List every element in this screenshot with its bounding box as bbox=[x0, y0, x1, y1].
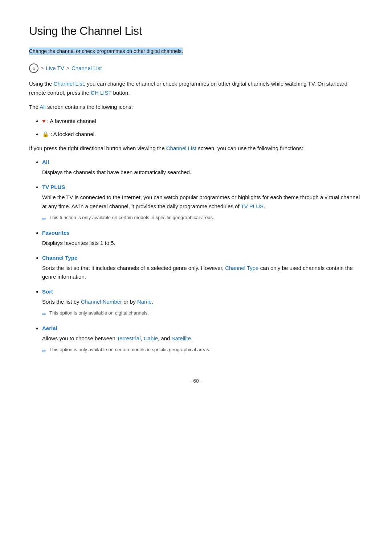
breadcrumb-channel-list[interactable]: Channel List bbox=[72, 64, 102, 73]
aerial-note-row: ✏ This option is only available on certa… bbox=[42, 346, 363, 355]
page-footer: - 60 - bbox=[29, 377, 363, 385]
intro-para2-before: The bbox=[29, 104, 40, 110]
lock-label: : A locked channel. bbox=[50, 131, 96, 137]
section-aerial-title[interactable]: Aerial bbox=[42, 325, 57, 331]
heart-icon: ♥ bbox=[42, 118, 46, 124]
sort-note-text: This option is only available on digital… bbox=[49, 309, 149, 317]
section-tv-plus: TV PLUS While the TV is connected to the… bbox=[42, 183, 363, 223]
lock-icon: 🔒 bbox=[42, 131, 49, 137]
chevron-icon-2: > bbox=[66, 64, 69, 72]
breadcrumb: ⌂ > Live TV > Channel List bbox=[29, 63, 363, 73]
intro-para-2: The All screen contains the following ic… bbox=[29, 103, 363, 112]
section-all: All Displays the channels that have been… bbox=[42, 158, 363, 177]
channel-list-link-1[interactable]: Channel List bbox=[54, 81, 84, 87]
section-favourites-title[interactable]: Favourites bbox=[42, 230, 70, 236]
section-aerial: Aerial Allows you to choose between Terr… bbox=[42, 324, 363, 355]
section-channel-type-description: Sorts the list so that it includes chann… bbox=[42, 264, 363, 282]
all-link-intro[interactable]: All bbox=[40, 104, 46, 110]
home-icon[interactable]: ⌂ bbox=[29, 63, 38, 73]
functions-intro-after: screen, you can use the following functi… bbox=[196, 145, 303, 151]
tv-plus-link-inline[interactable]: TV PLUS bbox=[241, 203, 264, 209]
intro-para1-text-before: Using the bbox=[29, 81, 54, 87]
pencil-icon-1: ✏ bbox=[42, 215, 46, 223]
list-item: 🔒 : A locked channel. bbox=[42, 130, 363, 139]
subtitle-highlight-block: Change the channel or check programmes o… bbox=[29, 47, 363, 56]
pencil-icon-2: ✏ bbox=[42, 310, 46, 318]
intro-para1-end: button. bbox=[111, 90, 130, 96]
page-number: - 60 - bbox=[190, 378, 202, 384]
intro-para-1: Using the Channel List, you can change t… bbox=[29, 79, 363, 98]
section-all-title[interactable]: All bbox=[42, 159, 49, 165]
page-title: Using the Channel List bbox=[29, 22, 363, 40]
aerial-note-text: This option is only available on certain… bbox=[49, 346, 211, 353]
channel-list-link-2[interactable]: Channel List bbox=[166, 145, 196, 151]
sort-note-row: ✏ This option is only available on digit… bbox=[42, 309, 363, 318]
sections-list: All Displays the channels that have been… bbox=[42, 158, 363, 355]
section-sort: Sort Sorts the list by Channel Number or… bbox=[42, 287, 363, 318]
heart-label: : A favourite channel bbox=[47, 118, 96, 124]
channel-number-link[interactable]: Channel Number bbox=[81, 299, 122, 305]
intro-para2-after: screen contains the following icons: bbox=[46, 104, 133, 110]
functions-intro-before: If you press the right directional butto… bbox=[29, 145, 166, 151]
section-favourites-description: Displays favourites lists 1 to 5. bbox=[42, 239, 363, 248]
functions-intro-para: If you press the right directional butto… bbox=[29, 144, 363, 153]
section-sort-description: Sorts the list by Channel Number or by N… bbox=[42, 297, 363, 307]
ch-list-link[interactable]: CH LIST bbox=[91, 90, 111, 96]
terrestrial-link[interactable]: Terrestrial bbox=[117, 335, 141, 341]
section-aerial-description: Allows you to choose between Terrestrial… bbox=[42, 334, 363, 343]
section-channel-type: Channel Type Sorts the list so that it i… bbox=[42, 254, 363, 282]
pencil-icon-3: ✏ bbox=[42, 347, 46, 355]
breadcrumb-live-tv[interactable]: Live TV bbox=[46, 64, 64, 73]
tv-plus-note-row: ✏ This function is only available on cer… bbox=[42, 214, 363, 223]
tv-plus-note-text: This function is only available on certa… bbox=[49, 214, 214, 221]
home-symbol: ⌂ bbox=[32, 65, 35, 72]
section-favourites: Favourites Displays favourites lists 1 t… bbox=[42, 229, 363, 248]
section-tv-plus-title[interactable]: TV PLUS bbox=[42, 184, 65, 190]
list-item: ♥ : A favourite channel bbox=[42, 116, 363, 126]
section-sort-title[interactable]: Sort bbox=[42, 288, 53, 295]
icon-bullet-list: ♥ : A favourite channel 🔒 : A locked cha… bbox=[42, 116, 363, 139]
section-tv-plus-description: While the TV is connected to the Interne… bbox=[42, 193, 363, 211]
cable-link[interactable]: Cable bbox=[144, 335, 158, 341]
subtitle-text: Change the channel or check programmes o… bbox=[29, 48, 183, 55]
chevron-icon-1: > bbox=[41, 64, 44, 72]
section-all-description: Displays the channels that have been aut… bbox=[42, 168, 363, 177]
name-link[interactable]: Name bbox=[137, 299, 152, 305]
satellite-link[interactable]: Satellite bbox=[172, 335, 191, 341]
channel-type-link-inline[interactable]: Channel Type bbox=[225, 265, 258, 271]
section-channel-type-title[interactable]: Channel Type bbox=[42, 255, 77, 261]
